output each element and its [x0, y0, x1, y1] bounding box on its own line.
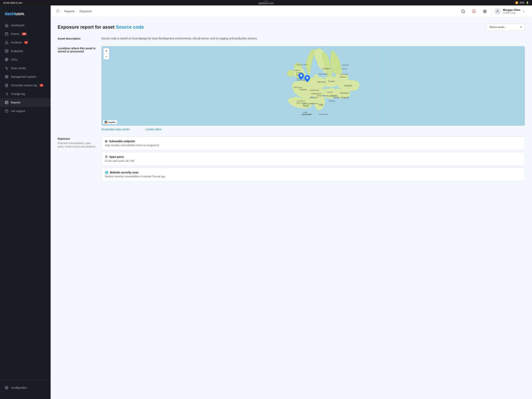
sidebar-item-incidents[interactable]: Incidents 1: [0, 38, 51, 47]
sidebar-item-scan-results[interactable]: Scan results: [0, 64, 51, 72]
home-breadcrumb-icon[interactable]: [56, 9, 60, 13]
svg-text:Germany: Germany: [317, 81, 326, 83]
page-header: Exposure report for asset Source code Se…: [58, 23, 525, 31]
svg-text:Latvia: Latvia: [342, 68, 347, 70]
asset-desc-content: Source code is stored on local laptops f…: [101, 36, 525, 40]
report-icon: [5, 101, 9, 104]
sidebar-item-dashboard[interactable]: Dashboard: [0, 21, 51, 30]
globe-icon: [5, 58, 9, 62]
card-title: ⊟ Vulnerable endpoint: [105, 140, 521, 143]
incidents-badge: 1: [24, 41, 28, 44]
exposure-cards: ⊟ Vulnerable endpoint High severity vuln…: [101, 136, 525, 181]
battery-icon: 🔋: [526, 1, 529, 4]
svg-rect-14: [7, 77, 8, 78]
amsterdam-link[interactable]: Amsterdam data center: [101, 128, 130, 131]
open-ports-icon: 🗒: [105, 155, 108, 158]
map-zoom-out[interactable]: −: [104, 54, 109, 59]
svg-text:Romania: Romania: [340, 92, 349, 94]
exposure-card-website-scan: 🌐 Website security scan Medium severity …: [101, 167, 525, 181]
card-desc: High severity vulnerabilities found on e…: [105, 144, 521, 147]
maptiler-label: maptiler: [108, 121, 116, 123]
locations-content: + −: [101, 46, 525, 131]
svg-text:Sweden: Sweden: [323, 68, 330, 70]
top-nav-icons: [460, 8, 488, 15]
svg-text:NEW: NEW: [303, 111, 308, 114]
notifications-button[interactable]: [470, 8, 477, 15]
svg-text:Estonia: Estonia: [342, 64, 349, 66]
calendar-icon: [5, 32, 9, 36]
wifi-icon: 📶: [515, 1, 518, 4]
svg-line-31: [464, 12, 465, 13]
sidebar-label: Endpoints: [11, 50, 23, 53]
svg-rect-6: [5, 50, 8, 51]
status-right: 📶 93% 🔋: [515, 1, 529, 4]
sidebar-item-reports[interactable]: Reports: [0, 98, 51, 107]
doc-icon: [5, 83, 9, 87]
svg-point-75: [306, 77, 308, 79]
logo: dashiusm.: [0, 9, 51, 21]
card-title: 🌐 Website security scan: [105, 171, 521, 174]
exposure-card-open-ports: 🗒 Open ports t1 has open ports: 80, 443: [101, 152, 525, 166]
sidebar-label: Corrective actions log: [11, 84, 37, 87]
sidebar-item-corrective[interactable]: Corrective actions log 2: [0, 81, 51, 90]
svg-point-32: [484, 11, 485, 12]
corrective-badge: 2: [39, 84, 44, 87]
question-icon: [5, 109, 9, 113]
breadcrumb-reports[interactable]: Reports: [64, 10, 75, 13]
sidebar-item-configuration[interactable]: Configuration: [0, 383, 51, 392]
sidebar-item-support[interactable]: Get support: [0, 107, 51, 115]
london-link[interactable]: London office: [145, 128, 162, 131]
breadcrumb-sep: ›: [62, 10, 63, 13]
svg-text:Lithuania: Lithuania: [340, 73, 348, 75]
events-badge: 28: [22, 32, 27, 35]
sidebar-item-urls[interactable]: URLs: [0, 55, 51, 64]
sidebar-label: Configuration: [11, 386, 27, 389]
svg-text:Italy: Italy: [319, 103, 323, 106]
asset-link[interactable]: Source code: [116, 24, 144, 30]
sidebar-item-changelog[interactable]: Change log: [0, 90, 51, 98]
lines-icon: [5, 92, 9, 96]
ai-assistant-button[interactable]: [481, 8, 488, 15]
svg-text:France: France: [299, 88, 307, 91]
breadcrumb: › Reports › Exposure: [56, 9, 456, 13]
status-time: 10:48 Wed 8 Jan: [3, 1, 22, 4]
card-desc: Medium severity vulnerabilities in websi…: [105, 175, 521, 178]
sidebar-label: URLs: [11, 58, 18, 61]
sidebar-label: Events: [11, 32, 19, 35]
top-nav: › Reports › Exposure: [51, 6, 532, 17]
sidebar-label: Get support: [11, 109, 25, 113]
svg-text:Sea: Sea: [347, 115, 350, 117]
sidebar-bottom: Configuration: [0, 380, 51, 395]
breadcrumb-exposure: Exposure: [79, 10, 92, 13]
sidebar-item-events[interactable]: Events 28: [0, 30, 51, 38]
map-zoom-in[interactable]: +: [104, 48, 109, 54]
card-title: 🗒 Open ports: [105, 155, 521, 158]
status-url: dashiusm.com: [258, 1, 273, 5]
svg-text:Ireland: Ireland: [294, 69, 300, 71]
map-container: + −: [101, 46, 525, 126]
scan-icon: [5, 66, 9, 70]
sidebar-label: Change log: [11, 92, 25, 96]
user-menu[interactable]: Morgan Chen ACME Corp ▾: [492, 6, 526, 16]
search-button[interactable]: [460, 8, 467, 15]
exposure-label-container: Exposure Potential vulnerabilities, open…: [58, 136, 97, 181]
sidebar-item-management[interactable]: Management system: [0, 72, 51, 81]
svg-rect-7: [5, 51, 8, 53]
svg-text:Monaco: Monaco: [310, 96, 318, 99]
exposure-label: Exposure: [58, 137, 97, 140]
svg-text:Serbia: Serbia: [333, 96, 340, 99]
svg-text:Poland: Poland: [328, 80, 335, 82]
sidebar-label: Management system: [11, 75, 36, 78]
breadcrumb-sep-2: ›: [76, 10, 77, 13]
svg-rect-12: [5, 75, 6, 76]
user-company: ACME Corp: [503, 12, 520, 14]
asset-select[interactable]: Select asset... ▾: [486, 23, 525, 31]
svg-text:Andorra: Andorra: [311, 102, 318, 104]
svg-text:Slovenia: Slovenia: [327, 95, 334, 97]
sidebar-item-endpoints[interactable]: Endpoints: [0, 47, 51, 55]
home-icon: [5, 23, 9, 27]
maptiler-logo-icon: [105, 121, 107, 123]
svg-point-76: [300, 75, 302, 77]
exposure-section: Exposure Potential vulnerabilities, open…: [58, 136, 525, 181]
battery-level: 93%: [520, 1, 524, 4]
